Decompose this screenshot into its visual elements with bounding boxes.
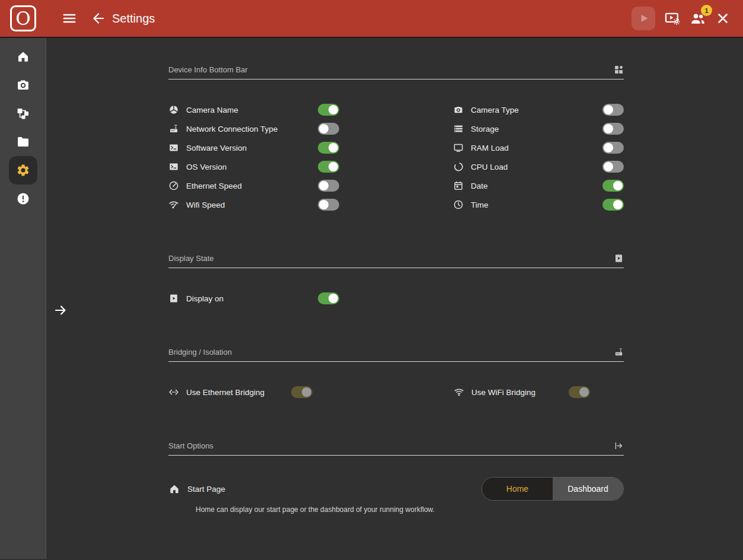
folder-icon (16, 135, 30, 149)
network-check-icon (168, 199, 179, 210)
wifi-icon (454, 387, 464, 397)
toggle-storage[interactable] (602, 123, 624, 135)
start-page-helper-text: Home can display our start page or the d… (196, 505, 624, 514)
setting-label: Network Connection Type (186, 125, 278, 133)
topbar-actions: 1 (632, 7, 731, 30)
gear-icon (16, 163, 30, 177)
toggle-ethernet-bridging[interactable] (291, 386, 312, 398)
start-page-segmented-control: Home Dashboard (481, 477, 624, 501)
setting-label: Display on (186, 294, 224, 303)
users-button[interactable]: 1 (690, 10, 706, 27)
section-start-options: Start Options Start Page Home Dashboard (168, 440, 624, 514)
setting-label: OS Version (186, 163, 227, 171)
setting-row: Software Version (168, 138, 339, 157)
toggle-knob (329, 105, 338, 114)
toggle-camera-name[interactable] (318, 104, 339, 116)
setting-row: RAM Load (453, 138, 624, 157)
setting-label: Date (471, 182, 488, 190)
error-icon (16, 192, 30, 206)
start-page-row: Start Page Home Dashboard (168, 477, 624, 501)
toggle-software-version[interactable] (318, 142, 339, 154)
toggle-wifi-speed[interactable] (318, 199, 339, 211)
section-divider (168, 455, 624, 456)
setting-row: OS Version (168, 157, 339, 176)
monitor-icon (453, 142, 464, 153)
ethernet-icon (168, 387, 179, 397)
speedometer-icon (168, 180, 179, 191)
section-display-state: Display State Display on (168, 252, 624, 308)
toggle-network-connection-type[interactable] (318, 123, 339, 135)
sidebar-item-settings[interactable] (9, 156, 37, 184)
slideshow-icon (614, 253, 624, 263)
logo-letter: O (15, 9, 30, 28)
segment-home[interactable]: Home (482, 478, 553, 500)
section-title: Start Options (168, 441, 213, 450)
video-settings-button[interactable] (664, 10, 681, 27)
play-icon (636, 11, 650, 26)
segment-dashboard[interactable]: Dashboard (553, 478, 623, 500)
toggle-os-version[interactable] (318, 161, 339, 173)
sidebar-item-files[interactable] (9, 128, 37, 156)
setting-row: Time (453, 195, 624, 214)
sidebar-item-camera[interactable] (9, 71, 37, 99)
setting-label: Ethernet Speed (186, 182, 242, 190)
menu-button[interactable] (62, 11, 77, 26)
section-divider (168, 79, 624, 79)
storage-icon (453, 123, 464, 134)
setting-label: Use Ethernet Bridging (186, 388, 264, 397)
section-divider (168, 361, 624, 362)
sidebar-item-alerts[interactable] (9, 184, 37, 213)
setting-row: Network Connection Type (168, 119, 339, 138)
section-device-info: Device Info Bottom Bar (168, 63, 624, 214)
toggle-knob (613, 181, 623, 190)
toggle-ethernet-speed[interactable] (318, 180, 339, 192)
hamburger-icon (62, 11, 77, 26)
setting-label: RAM Load (471, 144, 509, 152)
sidebar-item-network[interactable] (9, 99, 37, 128)
video-settings-icon (664, 10, 681, 27)
section-title: Display State (168, 254, 214, 263)
toggle-date[interactable] (602, 180, 624, 192)
sidebar-item-home[interactable] (9, 42, 37, 71)
notification-badge: 1 (701, 5, 712, 16)
toggle-knob (613, 200, 623, 209)
section-title: Device Info Bottom Bar (168, 65, 248, 74)
setting-row: Display on (168, 289, 339, 308)
setting-label: Camera Type (471, 106, 519, 114)
toggle-knob (604, 124, 613, 133)
toggle-camera-type[interactable] (602, 104, 624, 116)
home-icon (168, 483, 180, 495)
close-button[interactable] (715, 11, 731, 26)
setting-label: CPU Load (471, 163, 508, 171)
toggle-knob (604, 162, 613, 171)
back-button[interactable] (91, 11, 106, 26)
toggle-ram-load[interactable] (602, 142, 624, 154)
arrow-right-icon (53, 303, 68, 317)
calendar-icon (453, 180, 464, 191)
terminal-icon (168, 142, 179, 153)
slideshow-icon (168, 293, 179, 304)
toggle-knob (319, 124, 329, 133)
toggle-knob (329, 143, 338, 152)
setting-label: Use WiFi Bridging (471, 388, 535, 397)
toggle-knob (329, 162, 338, 171)
setting-row: Storage (453, 119, 624, 138)
toggle-wifi-bridging[interactable] (569, 386, 590, 398)
app-bar: O Settings (0, 0, 743, 38)
arrow-left-icon (91, 11, 106, 26)
toggle-cpu-load[interactable] (602, 161, 624, 173)
camera-icon (453, 104, 464, 115)
loop-icon (453, 161, 464, 172)
section-divider (168, 268, 624, 268)
setting-row: Date (453, 176, 624, 195)
toggle-time[interactable] (602, 199, 624, 211)
toggle-display-on[interactable] (318, 292, 339, 304)
setting-row: CPU Load (453, 157, 624, 176)
setting-row: Use Ethernet Bridging (168, 383, 312, 402)
play-button-disabled[interactable] (632, 7, 655, 30)
drawer-expand-button[interactable] (53, 303, 68, 317)
clock-icon (453, 199, 464, 210)
section-bridging: Bridging / Isolation Use Ethernet Bridgi… (168, 346, 624, 402)
toggle-knob (302, 387, 311, 397)
toggle-knob (319, 200, 329, 209)
